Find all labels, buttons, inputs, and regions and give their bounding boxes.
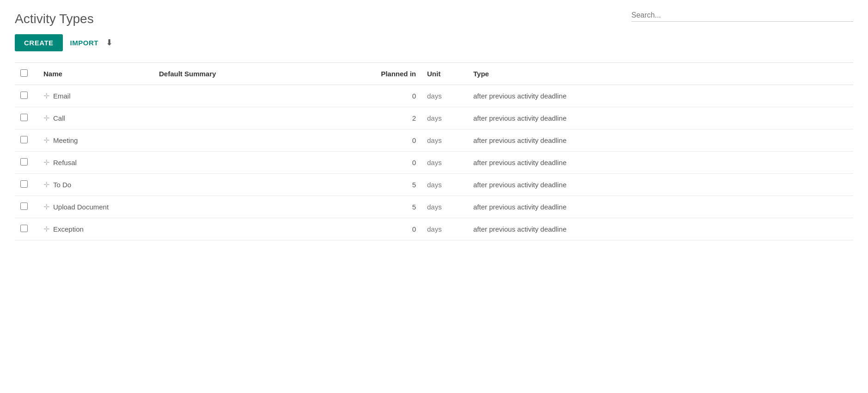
row-summary-cell [153,173,338,196]
activity-types-table: Name Default Summary Planned in Unit Typ… [15,62,853,240]
row-summary-cell [153,85,338,107]
page-container: Activity Types CREATE IMPORT ⬇ Name [0,0,868,252]
row-check-cell [15,196,38,218]
create-button[interactable]: CREATE [15,34,63,51]
table-body: ✛Email0daysafter previous activity deadl… [15,85,853,240]
row-checkbox[interactable] [20,92,28,99]
row-summary-cell [153,107,338,129]
header-planned: Planned in [338,62,422,85]
row-planned-cell: 0 [338,85,422,107]
table-row: ✛Email0daysafter previous activity deadl… [15,85,853,107]
row-planned-cell: 0 [338,151,422,173]
row-planned-cell: 0 [338,218,422,240]
drag-handle-icon: ✛ [43,158,49,167]
row-check-cell [15,129,38,151]
row-check-cell [15,218,38,240]
row-name: Call [53,114,65,122]
row-planned-cell: 5 [338,196,422,218]
row-name-cell[interactable]: ✛Meeting [38,129,153,151]
row-name: Refusal [53,159,77,166]
page-title: Activity Types [15,11,94,27]
row-checkbox[interactable] [20,158,28,166]
row-name-cell[interactable]: ✛Upload Document [38,196,153,218]
row-planned-cell: 5 [338,173,422,196]
row-planned-cell: 0 [338,129,422,151]
toolbar: CREATE IMPORT ⬇ [15,34,853,51]
header-summary: Default Summary [153,62,338,85]
table-container: Name Default Summary Planned in Unit Typ… [15,62,853,240]
row-name-cell[interactable]: ✛Refusal [38,151,153,173]
row-name-cell[interactable]: ✛Email [38,85,153,107]
search-container [631,11,853,22]
download-icon: ⬇ [106,38,113,47]
drag-handle-icon: ✛ [43,92,49,100]
row-name: Upload Document [53,203,109,211]
row-name-cell[interactable]: ✛To Do [38,173,153,196]
row-type-cell: after previous activity deadline [468,173,853,196]
search-input[interactable] [631,11,853,19]
row-summary-cell [153,151,338,173]
table-row: ✛To Do5daysafter previous activity deadl… [15,173,853,196]
row-type-cell: after previous activity deadline [468,151,853,173]
header-type: Type [468,62,853,85]
drag-handle-icon: ✛ [43,180,49,189]
select-all-checkbox[interactable] [20,69,28,77]
row-unit-cell: days [422,173,468,196]
drag-handle-icon: ✛ [43,136,49,145]
download-button[interactable]: ⬇ [106,37,113,48]
row-unit-cell: days [422,129,468,151]
header-row: Activity Types [15,11,853,27]
row-summary-cell [153,196,338,218]
row-checkbox[interactable] [20,180,28,188]
row-unit-cell: days [422,218,468,240]
row-check-cell [15,173,38,196]
table-row: ✛Refusal0daysafter previous activity dea… [15,151,853,173]
header-unit: Unit [422,62,468,85]
row-summary-cell [153,129,338,151]
row-checkbox[interactable] [20,114,28,121]
row-name: To Do [53,181,71,189]
row-unit-cell: days [422,151,468,173]
drag-handle-icon: ✛ [43,114,49,123]
row-planned-cell: 2 [338,107,422,129]
row-type-cell: after previous activity deadline [468,107,853,129]
row-check-cell [15,151,38,173]
drag-handle-icon: ✛ [43,225,49,233]
header-check [15,62,38,85]
table-row: ✛Exception0daysafter previous activity d… [15,218,853,240]
row-name-cell[interactable]: ✛Call [38,107,153,129]
import-button[interactable]: IMPORT [70,39,98,47]
row-unit-cell: days [422,196,468,218]
row-checkbox[interactable] [20,203,28,210]
row-type-cell: after previous activity deadline [468,85,853,107]
table-row: ✛Meeting0daysafter previous activity dea… [15,129,853,151]
row-name-cell[interactable]: ✛Exception [38,218,153,240]
row-check-cell [15,107,38,129]
row-name: Meeting [53,136,78,144]
row-summary-cell [153,218,338,240]
row-checkbox[interactable] [20,225,28,232]
row-checkbox[interactable] [20,136,28,143]
row-type-cell: after previous activity deadline [468,196,853,218]
header-name: Name [38,62,153,85]
row-name: Exception [53,225,84,233]
table-row: ✛Upload Document5daysafter previous acti… [15,196,853,218]
row-type-cell: after previous activity deadline [468,218,853,240]
row-type-cell: after previous activity deadline [468,129,853,151]
drag-handle-icon: ✛ [43,203,49,211]
row-unit-cell: days [422,107,468,129]
row-check-cell [15,85,38,107]
table-header-row: Name Default Summary Planned in Unit Typ… [15,62,853,85]
table-row: ✛Call2daysafter previous activity deadli… [15,107,853,129]
row-name: Email [53,92,71,100]
row-unit-cell: days [422,85,468,107]
